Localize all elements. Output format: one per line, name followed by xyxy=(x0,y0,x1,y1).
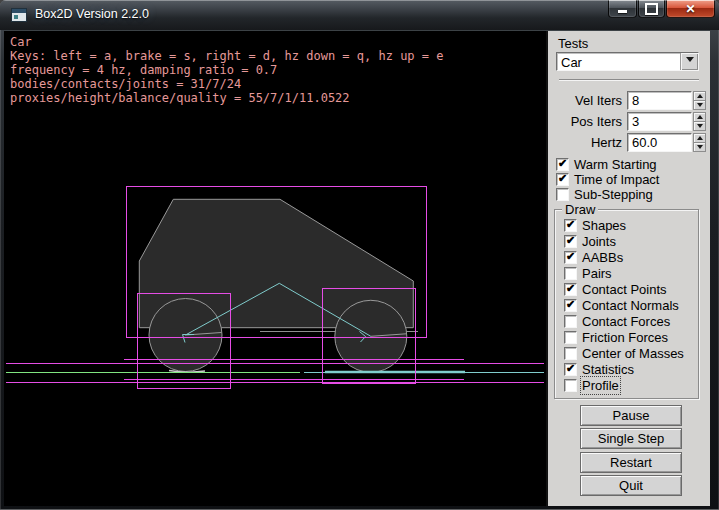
checkbox-warm-starting[interactable]: Warm Starting xyxy=(556,157,657,171)
checkbox-profile[interactable]: Profile xyxy=(564,378,619,392)
checkbox-contact-forces[interactable]: Contact Forces xyxy=(564,314,670,328)
checkbox-label: Time of Impact xyxy=(574,172,659,187)
pos-iters-label: Pos Iters xyxy=(548,114,622,129)
checkbox-statistics[interactable]: Statistics xyxy=(564,362,634,376)
checkbox-label: Contact Forces xyxy=(582,314,670,329)
test-title-text: Car xyxy=(10,35,32,49)
maximize-icon xyxy=(645,3,658,15)
app-icon xyxy=(11,8,27,22)
checkbox-friction-forces[interactable]: Friction Forces xyxy=(564,330,668,344)
checkbox-time-of-impact[interactable]: Time of Impact xyxy=(556,172,659,186)
window-title: Box2D Version 2.2.0 xyxy=(35,7,149,21)
checkbox-box xyxy=(564,235,577,248)
checkbox-box xyxy=(564,219,577,232)
arrow-down-icon xyxy=(697,103,703,110)
close-button[interactable]: ✕ xyxy=(666,0,715,18)
checkbox-shapes[interactable]: Shapes xyxy=(564,218,626,232)
arrow-up-icon xyxy=(697,133,703,140)
spin-down-button[interactable] xyxy=(693,122,706,131)
pos-iters-spinner[interactable] xyxy=(693,112,706,131)
checkbox-box xyxy=(564,331,577,344)
checkbox-box xyxy=(564,251,577,264)
checkbox-box xyxy=(564,299,577,312)
single-step-button[interactable]: Single Step xyxy=(580,428,682,449)
checkbox-label: Joints xyxy=(582,234,616,249)
checkbox-label: Sub-Stepping xyxy=(574,187,653,202)
checkbox-label: Profile xyxy=(582,378,619,393)
checkbox-joints[interactable]: Joints xyxy=(564,234,616,248)
checkbox-contact-normals[interactable]: Contact Normals xyxy=(564,298,679,312)
checkmark-icon xyxy=(566,218,575,231)
quit-button[interactable]: Quit xyxy=(580,475,682,496)
minimize-icon xyxy=(618,10,627,13)
draw-group-label: Draw xyxy=(562,202,598,217)
spin-up-button[interactable] xyxy=(693,133,706,143)
spin-down-button[interactable] xyxy=(693,143,706,152)
checkbox-label: Pairs xyxy=(582,266,612,281)
separator xyxy=(559,79,699,81)
checkbox-label: Warm Starting xyxy=(574,157,657,172)
vel-iters-label: Vel Iters xyxy=(548,93,622,108)
keys-help-text: Keys: left = a, brake = s, right = d, hz… xyxy=(10,49,443,63)
checkbox-center-of-masses[interactable]: Center of Masses xyxy=(564,346,684,360)
checkmark-icon xyxy=(558,157,567,170)
checkmark-icon xyxy=(558,172,567,185)
vel-iters-spinner[interactable] xyxy=(693,91,706,110)
checkmark-icon xyxy=(566,362,575,375)
checkbox-label: Contact Points xyxy=(582,282,667,297)
checkbox-label: Statistics xyxy=(582,362,634,377)
spin-up-button[interactable] xyxy=(693,112,706,122)
spin-up-button[interactable] xyxy=(693,91,706,101)
hertz-spinner[interactable] xyxy=(693,133,706,152)
app-window: Box2D Version 2.2.0 ✕ xyxy=(0,0,719,510)
checkmark-icon xyxy=(566,298,575,311)
tests-label: Tests xyxy=(558,36,588,51)
checkbox-label: AABBs xyxy=(582,250,623,265)
checkbox-box xyxy=(564,379,577,392)
arrow-up-icon xyxy=(697,91,703,98)
arrow-down-icon xyxy=(697,145,703,152)
checkbox-box xyxy=(556,173,569,186)
checkbox-label: Friction Forces xyxy=(582,330,668,345)
client-area: Car Keys: left = a, brake = s, right = d… xyxy=(4,30,710,506)
checkbox-aabbs[interactable]: AABBs xyxy=(564,250,623,264)
minimize-button[interactable] xyxy=(608,0,637,18)
frequency-text: frequency = 4 hz, damping ratio = 0.7 xyxy=(10,63,277,77)
checkmark-icon xyxy=(566,234,575,247)
checkbox-box xyxy=(564,315,577,328)
maximize-button[interactable] xyxy=(638,0,665,18)
checkbox-label: Contact Normals xyxy=(582,298,679,313)
checkbox-label: Shapes xyxy=(582,218,626,233)
spin-down-button[interactable] xyxy=(693,101,706,110)
checkbox-box xyxy=(564,363,577,376)
checkbox-label: Center of Masses xyxy=(582,346,684,361)
title-bar[interactable]: Box2D Version 2.2.0 ✕ xyxy=(0,0,719,30)
checkbox-box xyxy=(564,283,577,296)
arrow-down-icon xyxy=(697,124,703,131)
pause-button[interactable]: Pause xyxy=(580,405,682,426)
arrow-up-icon xyxy=(697,112,703,119)
checkbox-box xyxy=(564,267,577,280)
checkbox-pairs[interactable]: Pairs xyxy=(564,266,612,280)
control-panel: Tests Car Vel Iters Pos Iters xyxy=(546,31,710,506)
checkbox-sub-stepping[interactable]: Sub-Stepping xyxy=(556,187,653,201)
proxies-text: proxies/height/balance/quality = 55/7/1/… xyxy=(10,91,350,105)
checkmark-icon xyxy=(566,250,575,263)
simulation-canvas[interactable]: Car Keys: left = a, brake = s, right = d… xyxy=(4,31,546,506)
checkbox-contact-points[interactable]: Contact Points xyxy=(564,282,667,296)
pos-iters-input[interactable] xyxy=(627,112,692,131)
tests-dropdown-value: Car xyxy=(557,53,680,70)
stats-text: bodies/contacts/joints = 31/7/24 xyxy=(10,77,241,91)
restart-button[interactable]: Restart xyxy=(580,452,682,473)
vel-iters-input[interactable] xyxy=(627,91,692,110)
tests-dropdown[interactable]: Car xyxy=(556,52,699,71)
checkbox-box xyxy=(556,188,569,201)
checkbox-box xyxy=(564,347,577,360)
hertz-label: Hertz xyxy=(548,135,622,150)
hertz-input[interactable] xyxy=(627,133,692,152)
checkmark-icon xyxy=(566,282,575,295)
chevron-down-icon xyxy=(686,57,694,66)
dropdown-arrow-button[interactable] xyxy=(680,53,698,70)
close-icon: ✕ xyxy=(685,1,695,17)
checkbox-box xyxy=(556,158,569,171)
